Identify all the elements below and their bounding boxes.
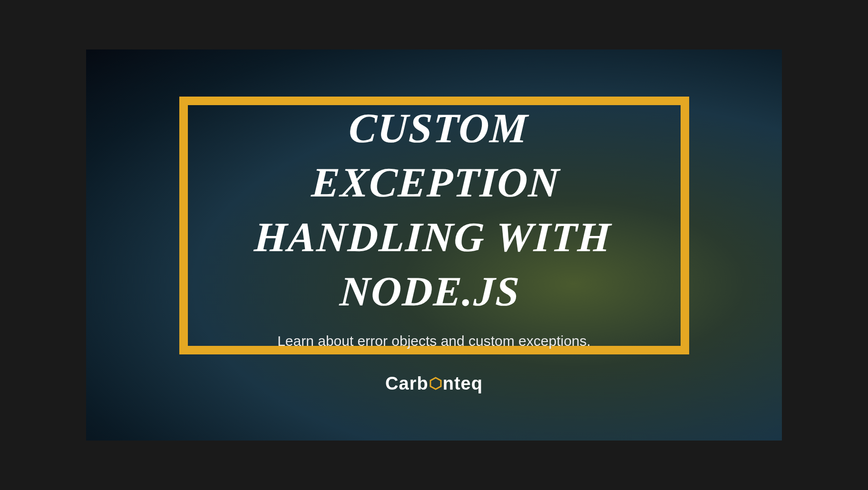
content-frame: CUSTOM EXCEPTION HANDLING WITH NODE.JS L… (179, 97, 689, 354)
slide-title: CUSTOM EXCEPTION HANDLING WITH NODE.JS (211, 101, 658, 319)
hexagon-icon (429, 377, 442, 390)
slide-container: CUSTOM EXCEPTION HANDLING WITH NODE.JS L… (86, 49, 782, 441)
logo-text-suffix: nteq (443, 373, 483, 394)
brand-logo: Carb nteq (385, 373, 483, 394)
logo-text-prefix: Carb (385, 373, 429, 394)
slide-subtitle: Learn about error objects and custom exc… (277, 333, 591, 349)
